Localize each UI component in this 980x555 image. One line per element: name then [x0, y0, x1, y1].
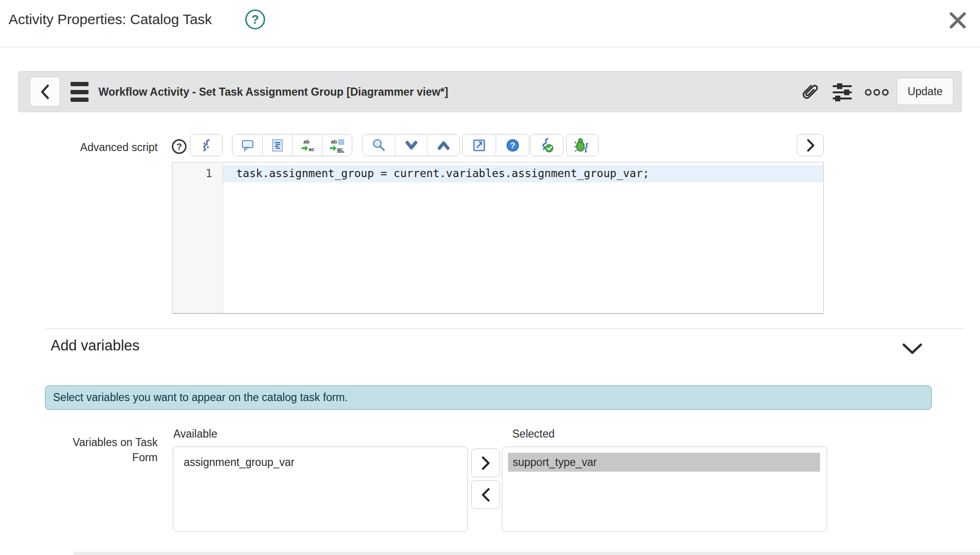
move-left-button[interactable] — [471, 480, 500, 509]
variables-on-task-form-label: Variables on Task Form — [49, 435, 158, 465]
editor-line-gutter: 1 — [172, 162, 223, 313]
code-line-1[interactable]: task.assignment_group = current.variable… — [223, 165, 823, 182]
open-in-new-window-icon[interactable] — [463, 134, 496, 156]
svg-text:ab: ab — [303, 139, 310, 144]
personalize-form-icon[interactable] — [828, 72, 856, 113]
replace-icon[interactable]: ab ac — [292, 134, 322, 156]
script-toolbar-group-2: ab ac ab ac — [232, 134, 352, 156]
editor-code-area[interactable]: task.assignment_group = current.variable… — [223, 162, 823, 313]
field-help-icon[interactable]: ? — [172, 139, 187, 154]
header-divider — [0, 47, 980, 47]
replace-all-icon[interactable]: ab ac — [322, 134, 352, 156]
section-divider — [45, 328, 964, 329]
edit-script-icon[interactable] — [190, 134, 222, 156]
collapse-section-chevron-down-icon[interactable] — [900, 339, 924, 358]
script-editor: 1 task.assignment_group = current.variab… — [172, 162, 824, 314]
line-number: 1 — [172, 165, 223, 182]
svg-text:ac: ac — [337, 146, 343, 152]
format-code-icon[interactable] — [262, 134, 292, 156]
menu-icon[interactable] — [71, 82, 89, 102]
script-toolbar-group-6 — [566, 134, 598, 156]
update-button[interactable]: Update — [897, 78, 953, 105]
svg-text:ac: ac — [309, 146, 314, 152]
move-right-button[interactable] — [471, 448, 500, 477]
script-toolbar-group-1 — [190, 134, 223, 156]
search-icon[interactable] — [363, 134, 395, 156]
back-button[interactable] — [30, 77, 60, 107]
activity-properties-dialog: Activity Properties: Catalog Task ? Work… — [0, 0, 980, 555]
available-listbox[interactable]: assignment_group_var — [173, 447, 468, 532]
page-title: Activity Properties: Catalog Task — [9, 11, 212, 27]
toggle-comment-icon[interactable] — [232, 134, 262, 156]
syntax-check-icon[interactable] — [531, 134, 563, 156]
workflow-toolbar: Workflow Activity - Set Task Assignment … — [18, 71, 962, 112]
script-toolbar-group-5 — [530, 134, 563, 156]
find-next-icon[interactable] — [395, 134, 427, 156]
dialog-help-icon[interactable]: ? — [245, 9, 265, 29]
advanced-script-label: Advanced script — [28, 141, 158, 154]
expand-editor-icon[interactable] — [797, 134, 824, 156]
script-toolbar-group-3 — [362, 134, 460, 156]
script-help-icon[interactable]: ? — [496, 134, 529, 156]
selected-column-label: Selected — [512, 428, 555, 440]
info-banner: Select variables you want to appear on t… — [45, 385, 932, 410]
svg-text:?: ? — [510, 141, 515, 150]
workflow-record-title: Workflow Activity - Set Task Assignment … — [98, 72, 448, 113]
close-icon[interactable] — [946, 9, 970, 32]
more-options-icon[interactable] — [863, 72, 891, 113]
add-variables-heading: Add variables — [51, 337, 140, 354]
debug-icon[interactable] — [567, 134, 598, 156]
list-item[interactable]: assignment_group_var — [173, 453, 467, 472]
selected-listbox[interactable]: support_type_var — [502, 447, 827, 532]
available-column-label: Available — [173, 428, 217, 440]
attachment-icon[interactable] — [795, 72, 823, 113]
list-item-selected[interactable]: support_type_var — [508, 453, 820, 472]
script-toolbar-group-4: ? — [462, 134, 529, 156]
find-previous-icon[interactable] — [427, 134, 459, 156]
bottom-section-edge — [73, 552, 980, 555]
svg-text:ab: ab — [331, 139, 337, 144]
